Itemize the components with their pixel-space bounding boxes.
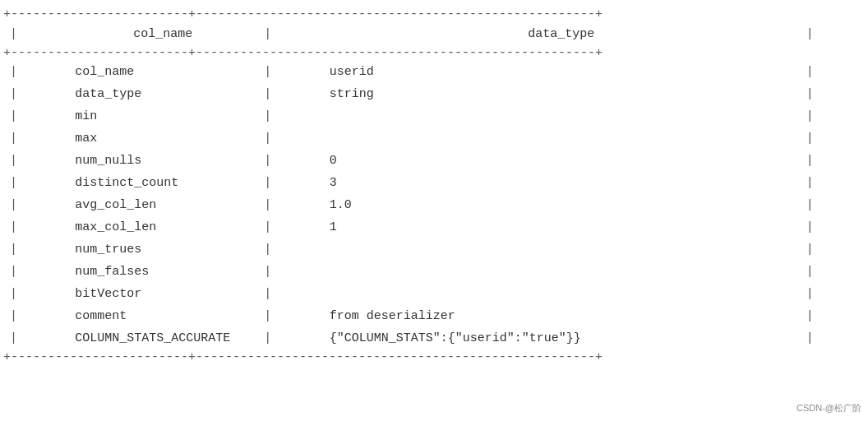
divider-mid-line: +------------------------+--------------… (3, 45, 865, 62)
pipe: | (800, 194, 865, 216)
pipe: | (257, 216, 322, 238)
pipe: | (3, 105, 68, 127)
table-row: |col_name|userid| (3, 61, 865, 83)
cell-col-name: num_falses (68, 261, 257, 283)
table-row: |COLUMN_STATS_ACCURATE|{"COLUMN_STATS":{… (3, 327, 865, 349)
divider-top-line: +------------------------+--------------… (3, 7, 865, 23)
header-col2: data_type (323, 23, 800, 45)
pipe: | (800, 305, 865, 327)
table-row: |avg_col_len|1.0| (3, 194, 865, 216)
pipe: | (800, 23, 865, 45)
cell-col-name: min (68, 105, 257, 127)
divider-bottom-line: +------------------------+--------------… (3, 349, 865, 366)
divider-mid: +------------------------+--------------… (3, 45, 865, 62)
cell-data-type (323, 238, 800, 261)
pipe: | (257, 105, 322, 127)
cell-col-name: bitVector (68, 283, 257, 305)
cell-data-type: from deserializer (323, 305, 800, 327)
header-col1: col_name (68, 23, 257, 45)
pipe: | (800, 61, 865, 83)
pipe: | (800, 150, 865, 172)
divider-top: +------------------------+--------------… (3, 7, 865, 23)
pipe: | (257, 261, 322, 283)
cell-data-type: 0 (323, 150, 800, 172)
cell-col-name: max_col_len (68, 216, 257, 238)
pipe: | (3, 127, 68, 150)
pipe: | (3, 283, 68, 305)
cell-data-type (323, 127, 800, 150)
cell-data-type: {"COLUMN_STATS":{"userid":"true"}} (323, 327, 800, 349)
pipe: | (3, 150, 68, 172)
cell-col-name: col_name (68, 61, 257, 83)
cell-data-type (323, 105, 800, 127)
pipe: | (257, 23, 322, 45)
cell-col-name: avg_col_len (68, 194, 257, 216)
pipe: | (800, 327, 865, 349)
cell-col-name: data_type (68, 83, 257, 105)
cell-col-name: max (68, 127, 257, 150)
pipe: | (257, 305, 322, 327)
table-row: |bitVector|| (3, 283, 865, 305)
ascii-table: +------------------------+--------------… (3, 7, 865, 366)
pipe: | (257, 172, 322, 194)
pipe: | (257, 194, 322, 216)
pipe: | (257, 127, 322, 150)
cell-data-type: userid (323, 61, 800, 83)
pipe: | (3, 83, 68, 105)
pipe: | (3, 261, 68, 283)
table-row: |num_nulls|0| (3, 150, 865, 172)
pipe: | (3, 23, 68, 45)
table-row: |max|| (3, 127, 865, 150)
pipe: | (257, 327, 322, 349)
pipe: | (257, 283, 322, 305)
pipe: | (257, 150, 322, 172)
cell-data-type (323, 261, 800, 283)
cell-col-name: comment (68, 305, 257, 327)
pipe: | (3, 172, 68, 194)
cell-col-name: num_trues (68, 238, 257, 261)
pipe: | (257, 238, 322, 261)
cell-col-name: distinct_count (68, 172, 257, 194)
table-row: |data_type|string| (3, 83, 865, 105)
pipe: | (3, 238, 68, 261)
cell-data-type: 1 (323, 216, 800, 238)
pipe: | (257, 61, 322, 83)
table-container: +------------------------+--------------… (3, 7, 865, 366)
header-row: | col_name | data_type | (3, 23, 865, 45)
pipe: | (800, 216, 865, 238)
pipe: | (800, 127, 865, 150)
pipe: | (800, 238, 865, 261)
pipe: | (3, 216, 68, 238)
table-row: |max_col_len|1| (3, 216, 865, 238)
cell-data-type: string (323, 83, 800, 105)
pipe: | (800, 283, 865, 305)
pipe: | (3, 61, 68, 83)
pipe: | (800, 83, 865, 105)
table-row: |comment|from deserializer| (3, 305, 865, 327)
table-row: |min|| (3, 105, 865, 127)
pipe: | (3, 194, 68, 216)
pipe: | (800, 261, 865, 283)
pipe: | (800, 105, 865, 127)
table-row: |num_falses|| (3, 261, 865, 283)
cell-col-name: COLUMN_STATS_ACCURATE (68, 327, 257, 349)
divider-bottom: +------------------------+--------------… (3, 349, 865, 366)
table-row: |distinct_count|3| (3, 172, 865, 194)
pipe: | (3, 305, 68, 327)
pipe: | (257, 83, 322, 105)
cell-data-type: 3 (323, 172, 800, 194)
table-row: |num_trues|| (3, 238, 865, 261)
cell-data-type: 1.0 (323, 194, 800, 216)
pipe: | (3, 327, 68, 349)
cell-col-name: num_nulls (68, 150, 257, 172)
pipe: | (800, 172, 865, 194)
cell-data-type (323, 283, 800, 305)
